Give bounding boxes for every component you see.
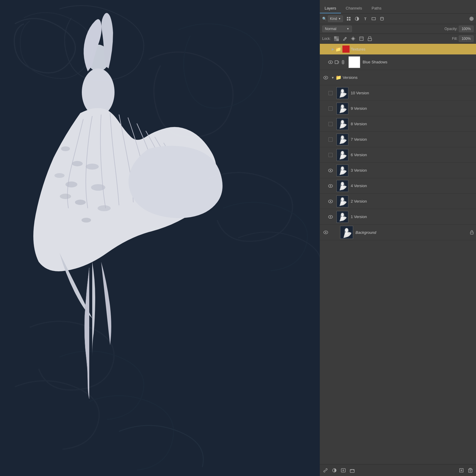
- lock-artboard-icon[interactable]: [358, 35, 365, 42]
- 7-version-eye-off[interactable]: [327, 136, 334, 143]
- layer-10-version[interactable]: 10 Version: [320, 85, 476, 101]
- filter-toggle[interactable]: [469, 17, 474, 21]
- new-layer-button[interactable]: [458, 467, 465, 474]
- svg-point-6: [75, 200, 86, 205]
- blend-mode-dropdown[interactable]: Normal ▼: [322, 26, 352, 32]
- layer-1-version[interactable]: 1 Version: [320, 209, 476, 225]
- svg-rect-22: [336, 36, 339, 39]
- layer-2-version[interactable]: 2 Version: [320, 194, 476, 209]
- layer-8-version[interactable]: 8 Version: [320, 116, 476, 132]
- 7-version-thumb: [336, 134, 348, 145]
- background-visibility-icon[interactable]: [322, 229, 329, 236]
- lock-transparency-icon[interactable]: [333, 35, 340, 42]
- fill-input[interactable]: 100%: [459, 35, 474, 42]
- blue-shadows-visibility-icon[interactable]: [327, 59, 334, 66]
- shape-filter-icon[interactable]: [370, 15, 377, 22]
- 2-version-visibility-icon[interactable]: [327, 198, 334, 205]
- pixel-filter-icon[interactable]: [345, 15, 352, 22]
- text-filter-icon[interactable]: T: [362, 15, 369, 22]
- delete-layer-button[interactable]: [467, 467, 474, 474]
- svg-point-47: [341, 151, 344, 154]
- canvas-area: [0, 0, 320, 476]
- blue-shadows-name: Blue Shadows: [363, 60, 474, 64]
- smart-filter-icon[interactable]: [379, 15, 385, 22]
- lock-icons-group: [333, 35, 373, 42]
- blue-shadows-layer[interactable]: Blue Shadows: [320, 54, 476, 70]
- background-svg: [0, 0, 320, 476]
- svg-rect-78: [469, 468, 471, 469]
- tab-layers[interactable]: Layers: [320, 4, 341, 13]
- link-button[interactable]: [322, 467, 329, 474]
- 10-version-name: 10 Version: [351, 91, 474, 95]
- versions-collapse-arrow[interactable]: ▼: [331, 76, 334, 79]
- add-mask-button[interactable]: [340, 467, 347, 474]
- textures-collapse-arrow[interactable]: ▶: [332, 47, 334, 51]
- 9-version-eye-off[interactable]: [327, 105, 334, 112]
- blue-shadows-mask-icon: [334, 59, 340, 65]
- blend-mode-value: Normal: [325, 27, 336, 31]
- opacity-input[interactable]: 100%: [459, 26, 474, 32]
- layer-4-version[interactable]: 4 Version: [320, 178, 476, 194]
- versions-visibility-icon[interactable]: [322, 74, 329, 81]
- 10-version-eye-off[interactable]: [327, 90, 334, 97]
- versions-group-header[interactable]: ▼ 📁 Versions: [320, 70, 476, 85]
- 10-version-thumb: [336, 87, 348, 99]
- lock-paint-icon[interactable]: [342, 35, 348, 42]
- svg-rect-38: [337, 87, 348, 99]
- background-name: Background: [356, 230, 470, 235]
- svg-point-57: [330, 201, 331, 202]
- svg-rect-46: [337, 149, 348, 161]
- svg-rect-42: [337, 118, 348, 130]
- filter-icons-group: T: [345, 15, 385, 22]
- svg-point-3: [61, 146, 70, 151]
- 3-version-visibility-icon[interactable]: [327, 167, 334, 174]
- 4-version-thumb: [336, 180, 348, 192]
- svg-point-9: [60, 194, 71, 199]
- svg-point-71: [342, 469, 344, 471]
- blue-shadows-chain-icon: [340, 59, 346, 65]
- 4-version-name: 4 Version: [351, 184, 474, 188]
- svg-point-53: [330, 185, 331, 187]
- background-layer[interactable]: Background: [320, 225, 476, 240]
- lock-position-icon[interactable]: [350, 35, 356, 42]
- 8-version-eye-off[interactable]: [327, 120, 334, 128]
- svg-point-63: [341, 213, 344, 216]
- 1-version-visibility-icon[interactable]: [327, 213, 334, 220]
- 6-version-thumb: [336, 149, 348, 161]
- textures-group-header[interactable]: ▶ 📁 Textures: [320, 44, 476, 54]
- svg-rect-25: [360, 37, 363, 40]
- new-group-button[interactable]: [349, 467, 356, 474]
- svg-rect-44: [337, 134, 348, 145]
- blue-shadows-thumb: [348, 56, 360, 68]
- svg-point-51: [341, 166, 344, 170]
- blend-chevron-icon: ▼: [347, 27, 349, 30]
- fill-group: Fill: 100%: [452, 35, 474, 42]
- svg-rect-23: [334, 39, 336, 41]
- svg-point-11: [91, 184, 105, 191]
- background-thumb: [340, 226, 353, 239]
- svg-rect-13: [347, 17, 348, 18]
- opacity-label: Opacity:: [444, 27, 458, 31]
- tab-paths[interactable]: Paths: [367, 4, 386, 13]
- tab-channels[interactable]: Channels: [341, 4, 367, 13]
- layer-9-version[interactable]: 9 Version: [320, 101, 476, 116]
- layer-6-version[interactable]: 6 Version: [320, 147, 476, 163]
- svg-point-10: [86, 164, 99, 170]
- layers-list: ▶ 📁 Textures Blue Shadows: [320, 44, 476, 464]
- svg-point-59: [341, 197, 344, 201]
- filter-kind-dropdown[interactable]: Kind ▼: [328, 15, 343, 22]
- adjustment-filter-icon[interactable]: [354, 15, 360, 22]
- layer-7-version[interactable]: 7 Version: [320, 132, 476, 147]
- filter-bar: 🔍 Kind ▼ T: [320, 14, 476, 24]
- svg-rect-58: [337, 196, 348, 207]
- 4-version-visibility-icon[interactable]: [327, 182, 334, 190]
- 6-version-eye-off[interactable]: [327, 151, 334, 159]
- add-adjustment-button[interactable]: [331, 467, 338, 474]
- lock-all-icon[interactable]: [367, 35, 373, 42]
- 8-version-name: 8 Version: [351, 122, 474, 126]
- textures-visibility-icon[interactable]: [322, 46, 329, 53]
- layer-3-version[interactable]: 3 Version: [320, 163, 476, 178]
- svg-rect-54: [337, 180, 348, 192]
- fill-label: Fill:: [452, 37, 458, 41]
- textures-color-swatch: [342, 46, 350, 53]
